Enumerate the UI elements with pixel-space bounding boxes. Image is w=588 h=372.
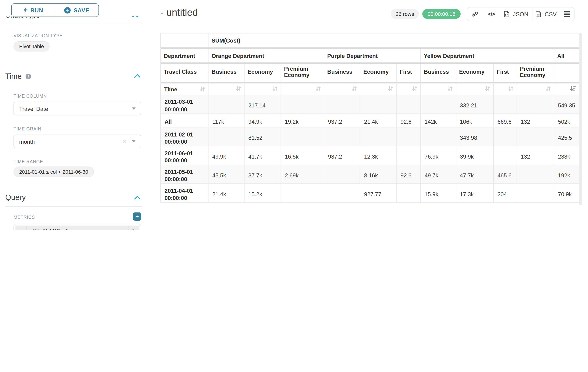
column-sort-cell[interactable] xyxy=(397,84,421,95)
pivot-value-cell xyxy=(421,95,456,114)
hamburger-icon xyxy=(564,11,570,17)
pivot-value-cell: 92.6 xyxy=(397,165,421,183)
pivot-data-row: All117k94.9k19.2k937.221.4k92.6142k106k6… xyxy=(161,114,579,127)
pivot-value-cell xyxy=(360,127,397,146)
column-sort-cell[interactable] xyxy=(209,84,244,95)
pivot-value-cell: 937.2 xyxy=(324,114,360,127)
pivot-value-cell: 19.2k xyxy=(281,114,324,127)
run-button[interactable]: RUN xyxy=(12,4,55,17)
table-scrollbar[interactable] xyxy=(579,33,582,205)
section-divider xyxy=(5,85,142,85)
time-range-chip[interactable]: 2011-01-01 ≤ col < 2011-06-30 xyxy=(13,167,94,177)
embed-code-button[interactable]: </> xyxy=(483,7,500,21)
pivot-value-cell: 465.6 xyxy=(494,165,517,183)
pivot-row-label: 2011-05-01 00:00:00 xyxy=(161,165,209,183)
metrics-box: × ƒ(x) SUM(Cost) xyxy=(13,224,141,230)
expand-metric-icon[interactable] xyxy=(128,225,139,230)
pivot-row-label: All xyxy=(161,114,209,127)
save-button-label: SAVE xyxy=(74,7,89,13)
pivot-value-cell: 81.52 xyxy=(244,127,281,146)
column-sort-cell[interactable] xyxy=(324,84,360,95)
pivot-group-header: Yellow Department xyxy=(421,49,554,62)
pivot-metric-row: SUM(Cost) xyxy=(161,33,579,47)
chevron-down-icon xyxy=(132,140,136,142)
column-sort-cell[interactable] xyxy=(421,84,456,95)
pivot-value-cell xyxy=(324,183,360,202)
pivot-col-header xyxy=(554,64,579,82)
pivot-col-header: First xyxy=(397,64,421,82)
time-section-header[interactable]: Time i xyxy=(5,72,31,81)
json-button-label: .JSON xyxy=(511,11,528,17)
chart-title[interactable]: - untitled xyxy=(160,7,198,18)
pivot-value-cell xyxy=(494,146,517,165)
pivot-value-cell xyxy=(494,95,517,114)
column-sort-cell[interactable] xyxy=(494,84,517,95)
pivot-value-cell xyxy=(281,95,324,114)
column-sort-cell[interactable] xyxy=(554,84,579,95)
pivot-value-cell: 117k xyxy=(209,114,244,127)
column-sort-cell[interactable] xyxy=(281,84,324,95)
pivot-value-cell: 45.5k xyxy=(209,165,244,183)
pivot-col-header: Business xyxy=(324,64,360,82)
pivot-value-cell: 132 xyxy=(517,114,554,127)
pivot-class-row: Travel ClassBusinessEconomyPremium Econo… xyxy=(161,64,579,82)
share-link-button[interactable] xyxy=(467,7,483,21)
pivot-group-header: Purple Department xyxy=(324,49,421,62)
chevron-up-icon[interactable] xyxy=(134,74,140,78)
chevron-up-icon xyxy=(132,16,134,17)
pivot-col-header: Economy xyxy=(244,64,281,82)
code-icon: </> xyxy=(488,11,495,17)
time-grain-select[interactable]: month × xyxy=(13,135,141,148)
add-metric-button[interactable]: + xyxy=(133,212,141,221)
pivot-value-cell: 16.5k xyxy=(281,146,324,165)
pivot-value-cell: 17.3k xyxy=(456,183,494,202)
column-sort-cell[interactable] xyxy=(517,84,554,95)
metric-name: SUM(Cost) xyxy=(42,228,128,230)
row-dimension-sort-cell[interactable]: Time xyxy=(161,84,209,95)
pivot-value-cell: 76.9k xyxy=(421,146,456,165)
chevron-up-icon[interactable] xyxy=(134,196,140,200)
pivot-value-cell xyxy=(397,146,421,165)
column-sort-cell[interactable] xyxy=(456,84,494,95)
pivot-value-cell: 204 xyxy=(494,183,517,202)
pivot-value-cell: 217.14 xyxy=(244,95,281,114)
pivot-subdimension-label: Travel Class xyxy=(161,64,209,82)
superset-explore-view: Chart Type RUN + SAVE VISUALIZATION TYPE… xyxy=(0,0,588,230)
export-json-button[interactable]: .JSON xyxy=(500,7,532,21)
pivot-group-header: All xyxy=(554,49,579,62)
time-range-label: TIME RANGE xyxy=(13,159,43,164)
pivot-value-cell: 41.7k xyxy=(244,146,281,165)
pivot-value-cell: 142k xyxy=(421,114,456,127)
chart-menu-button[interactable] xyxy=(560,7,574,21)
pivot-value-cell: 192k xyxy=(554,165,579,183)
query-section-header[interactable]: Query xyxy=(5,193,26,202)
section-divider xyxy=(5,206,142,207)
time-column-select[interactable]: Travel Date xyxy=(13,102,141,115)
pivot-value-cell: 15.9k xyxy=(421,183,456,202)
chart-toolbar: </> .JSON xyxy=(467,7,574,21)
clear-icon[interactable]: × xyxy=(123,138,127,144)
pivot-table: SUM(Cost)DepartmentOrange DepartmentPurp… xyxy=(160,33,579,202)
pivot-value-cell xyxy=(324,127,360,146)
pivot-data-row: 2011-03-01 00:00:00217.14332.21549.35 xyxy=(161,95,579,114)
pivot-data-row: 2011-06-01 00:00:0049.9k41.7k16.5k937.21… xyxy=(161,146,579,165)
column-sort-cell[interactable] xyxy=(360,84,397,95)
pivot-value-cell xyxy=(397,95,421,114)
time-section-title: Time xyxy=(5,72,22,81)
file-code-icon xyxy=(504,11,509,17)
pivot-value-cell: 21.4k xyxy=(360,114,397,127)
metric-pill[interactable]: × ƒ(x) SUM(Cost) xyxy=(15,225,139,230)
pivot-value-cell: 106k xyxy=(456,114,494,127)
run-button-label: RUN xyxy=(31,7,43,13)
viz-type-label: VISUALIZATION TYPE xyxy=(13,33,63,38)
export-csv-button[interactable]: .CSV xyxy=(532,7,560,21)
pivot-value-cell xyxy=(360,95,397,114)
viz-type-chip[interactable]: Pivot Table xyxy=(13,41,50,52)
column-sort-cell[interactable] xyxy=(244,84,281,95)
pivot-value-cell xyxy=(421,127,456,146)
save-button[interactable]: + SAVE xyxy=(55,4,99,17)
pivot-col-header: Premium Economy xyxy=(281,64,324,82)
file-text-icon xyxy=(536,11,541,17)
info-icon: i xyxy=(25,74,31,79)
remove-metric-icon[interactable]: × xyxy=(15,225,27,230)
